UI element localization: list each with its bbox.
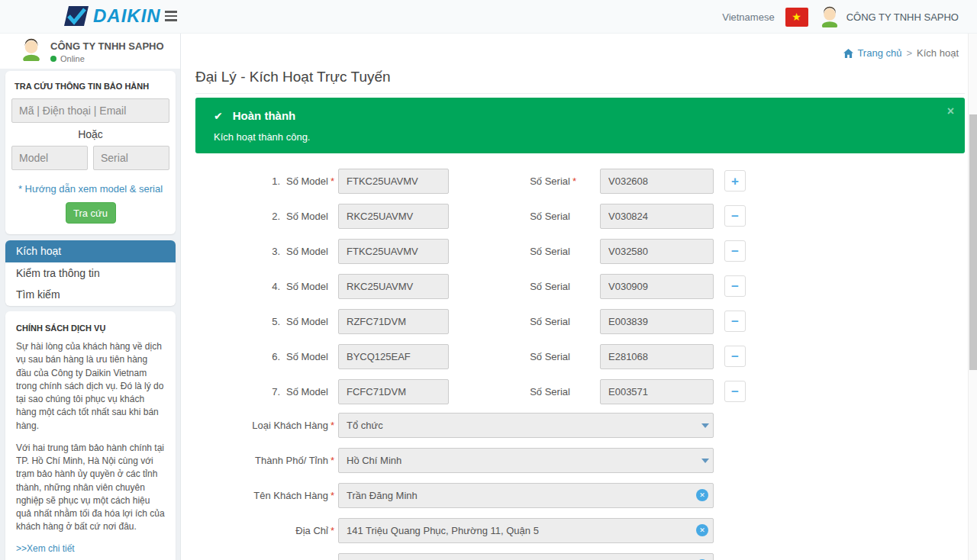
- serial-input[interactable]: [600, 309, 714, 334]
- form-field-row: Tên Khách Hàng* ✕: [195, 483, 965, 518]
- serial-label: Số Serial: [530, 281, 570, 292]
- topbar: DAIKIN Vietnamese ★ CÔNG TY TNHH SAPHO: [0, 0, 977, 34]
- lookup-heading: TRA CỨU THÔNG TIN BẢO HÀNH: [15, 82, 169, 91]
- row-index: 6.: [272, 351, 280, 362]
- serial-label: Số Serial: [530, 316, 570, 327]
- alert-message: Kích hoạt thành công.: [214, 131, 310, 143]
- serial-label: Số Serial: [530, 175, 570, 187]
- serial-input[interactable]: [600, 169, 714, 194]
- model-lookup-input[interactable]: [11, 146, 88, 170]
- field-input[interactable]: [338, 553, 714, 560]
- remove-row-button[interactable]: −: [724, 240, 746, 262]
- topbar-user-name: CÔNG TY TNHH SAPHO: [846, 11, 959, 23]
- model-serial-guide-link[interactable]: * Hướng dẫn xem model & serial: [11, 183, 169, 195]
- model-label: Số Model: [286, 175, 328, 187]
- or-text: Hoặc: [11, 128, 169, 140]
- online-dot-icon: [50, 56, 56, 62]
- row-index: 2.: [272, 211, 280, 222]
- model-input[interactable]: [338, 344, 449, 369]
- model-label: Số Model: [286, 211, 328, 222]
- serial-lookup-input[interactable]: [93, 146, 169, 170]
- serial-input[interactable]: [600, 274, 714, 299]
- sidebar-user-panel: CÔNG TY TNHH SAPHO Online: [0, 34, 180, 69]
- field-input[interactable]: [338, 483, 714, 508]
- serial-input[interactable]: [600, 379, 714, 404]
- vietnam-flag-icon[interactable]: ★: [785, 8, 808, 27]
- field-label: Tên Khách Hàng: [253, 490, 328, 501]
- field-label: Loại Khách Hàng: [252, 420, 328, 431]
- device-row: 2.Số Model* Số Serial* −: [195, 204, 965, 239]
- serial-label: Số Serial: [530, 351, 570, 362]
- customer-fields: Loại Khách Hàng* Thành Phố/ Tỉnh* Tên Kh…: [195, 413, 965, 560]
- clear-icon[interactable]: ✕: [696, 524, 708, 536]
- model-label: Số Model: [286, 281, 328, 292]
- model-label: Số Model: [286, 316, 328, 327]
- model-input[interactable]: [338, 379, 449, 404]
- model-input[interactable]: [338, 169, 449, 194]
- model-input[interactable]: [338, 309, 449, 334]
- device-rows: 1.Số Model* Số Serial* + 2.Số Model* Số …: [195, 169, 965, 414]
- field-input[interactable]: [338, 518, 714, 543]
- form-field-row: Địa Chỉ* ✕: [195, 518, 965, 553]
- remove-row-button[interactable]: −: [724, 346, 746, 367]
- language-label: Vietnamese: [722, 11, 774, 23]
- user-menu[interactable]: CÔNG TY TNHH SAPHO: [819, 6, 959, 27]
- remove-row-button[interactable]: −: [724, 275, 746, 297]
- device-row: 1.Số Model* Số Serial* +: [195, 169, 965, 204]
- sidebar-item-link[interactable]: Tìm kiếm: [5, 284, 176, 306]
- service-policy-card: CHÍNH SÁCH DỊCH VỤ Sự hài lòng của khách…: [5, 311, 176, 560]
- breadcrumb-home-link[interactable]: Trang chủ: [843, 47, 901, 59]
- policy-paragraph: Sự hài lòng của khách hàng về dịch vụ sa…: [16, 340, 165, 433]
- remove-row-button[interactable]: −: [724, 381, 746, 402]
- device-row: 7.Số Model* Số Serial* −: [195, 379, 965, 414]
- policy-link[interactable]: >>Xem chi tiết: [16, 543, 165, 554]
- chevron-down-icon[interactable]: [701, 459, 709, 463]
- serial-input[interactable]: [600, 344, 714, 369]
- chevron-down-icon[interactable]: [701, 423, 709, 428]
- form-field-row: Thành Phố/ Tỉnh*: [195, 448, 965, 483]
- remove-row-button[interactable]: −: [724, 205, 746, 227]
- serial-input[interactable]: [600, 239, 714, 264]
- user-status: Online: [50, 54, 164, 63]
- policy-heading: CHÍNH SÁCH DỊCH VỤ: [16, 323, 165, 333]
- policy-links: >>Xem chi tiết>> Các câu hỏi thường gặp>…: [16, 543, 165, 560]
- lookup-search-button[interactable]: Tra cứu: [66, 202, 116, 224]
- model-label: Số Model: [286, 386, 328, 397]
- main-content: Trang chủ > Kích hoạt Đại Lý - Kích Hoạt…: [182, 34, 968, 560]
- row-index: 1.: [272, 175, 280, 187]
- model-label: Số Model: [286, 351, 328, 362]
- breadcrumb-separator: >: [906, 47, 912, 59]
- device-row: 4.Số Model* Số Serial* −: [195, 274, 965, 309]
- daikin-logo-icon: [64, 6, 89, 26]
- home-icon: [843, 49, 853, 58]
- field-input[interactable]: [338, 448, 714, 473]
- sidebar-item-active[interactable]: Kích hoạt: [5, 240, 176, 262]
- model-label: Số Model: [286, 246, 328, 257]
- model-input[interactable]: [338, 204, 449, 229]
- page-scrollbar[interactable]: [968, 34, 977, 560]
- serial-label: Số Serial: [530, 211, 570, 222]
- scrollbar-thumb[interactable]: [969, 114, 977, 370]
- model-input[interactable]: [338, 274, 449, 299]
- sidebar-user-name: CÔNG TY TNHH SAPHO: [50, 38, 164, 52]
- form-field-row: Loại Khách Hàng*: [195, 413, 965, 448]
- breadcrumb-current: Kích hoạt: [917, 47, 959, 59]
- serial-input[interactable]: [600, 204, 714, 229]
- model-input[interactable]: [338, 239, 449, 264]
- field-input[interactable]: [338, 413, 714, 438]
- alert-title: Hoàn thành: [233, 109, 296, 122]
- sidebar-item-link[interactable]: Kiểm tra thông tin: [5, 262, 176, 285]
- device-row: 6.Số Model* Số Serial* −: [195, 344, 965, 379]
- policy-paragraphs: Sự hài lòng của khách hàng về dịch vụ sa…: [16, 340, 165, 534]
- clear-icon[interactable]: ✕: [696, 489, 708, 501]
- serial-label: Số Serial: [530, 386, 570, 397]
- code-phone-email-input[interactable]: [11, 98, 169, 123]
- row-index: 4.: [272, 281, 280, 292]
- device-row: 5.Số Model* Số Serial* −: [195, 309, 965, 344]
- remove-row-button[interactable]: −: [724, 311, 746, 332]
- add-row-button[interactable]: +: [724, 170, 746, 191]
- alert-close-button[interactable]: ×: [947, 105, 954, 117]
- daikin-logo[interactable]: DAIKIN: [64, 5, 161, 27]
- serial-label: Số Serial: [530, 246, 570, 257]
- menu-toggle-icon[interactable]: [165, 11, 179, 21]
